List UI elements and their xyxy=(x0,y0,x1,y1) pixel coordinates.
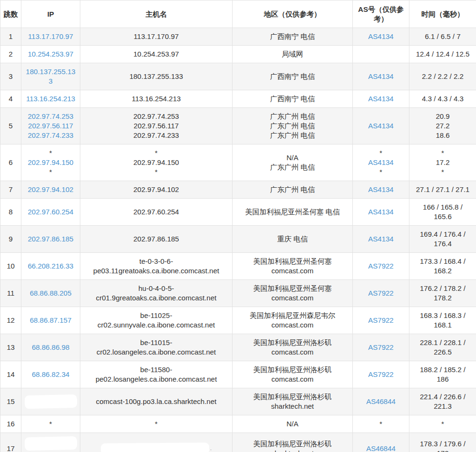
host-line: te-0-3-0-6- xyxy=(83,257,229,266)
ip-link[interactable]: 202.97.86.185 xyxy=(28,235,74,243)
cell-ip: *202.97.94.150* xyxy=(21,144,80,181)
ip-link[interactable]: 180.137.255.133 xyxy=(26,67,75,85)
time-line: 2.2 / 2.2 / 2.2 xyxy=(412,72,473,81)
asn-link[interactable]: AS7922 xyxy=(368,370,393,378)
cell-ip xyxy=(21,388,80,415)
asn-link[interactable]: AS4134 xyxy=(368,32,393,40)
asn-link[interactable]: AS4134 xyxy=(368,122,393,130)
ip-link[interactable]: 202.97.94.102 xyxy=(28,185,74,193)
region-text: comcast.com xyxy=(272,348,313,356)
cell-time: 176.2 / 178.2 /178.2 xyxy=(409,280,476,307)
time-line: 168.2 xyxy=(412,266,473,276)
cell-asn: AS7922 xyxy=(353,280,409,307)
cell-host: . xyxy=(80,433,233,452)
asn-link[interactable]: AS46844 xyxy=(366,444,396,452)
cell-host: 180.137.255.133 xyxy=(80,63,233,90)
asn-link[interactable]: AS4134 xyxy=(368,158,393,166)
ip-line: * xyxy=(24,419,77,429)
cell-region: 美国加利福尼亚州圣何塞comcast.com xyxy=(233,280,353,307)
asn-text: * xyxy=(379,168,382,176)
region-text: comcast.com xyxy=(272,294,313,302)
asn-link[interactable]: AS4134 xyxy=(368,95,393,103)
table-row: 1066.208.216.33te-0-3-0-6-pe03.11greatoa… xyxy=(0,253,476,280)
asn-line: AS4134 xyxy=(356,185,406,194)
ip-link[interactable]: 202.97.94.150 xyxy=(28,158,74,166)
host-text: 10.254.253.97 xyxy=(134,50,179,58)
cell-ip: 68.86.87.157 xyxy=(21,307,80,334)
cell-ip: 10.254.253.97 xyxy=(21,46,80,63)
asn-link[interactable]: AS46844 xyxy=(366,397,396,405)
host-text: te-0-3-0-6- xyxy=(139,257,173,265)
ip-link[interactable]: 68.86.82.34 xyxy=(32,370,69,378)
region-line: 美国加利福尼亚州圣何塞 xyxy=(235,257,350,266)
time-text: 27.2 xyxy=(436,122,449,130)
cell-host: 113.17.170.97 xyxy=(80,28,233,46)
time-text: 168.1 xyxy=(434,321,452,329)
ip-text: * xyxy=(49,420,52,428)
host-line: 202.97.86.185 xyxy=(83,234,229,244)
cell-hop: 14 xyxy=(0,361,21,388)
ip-link[interactable]: 202.97.56.117 xyxy=(28,122,73,130)
region-line: comcast.com xyxy=(235,293,350,303)
asn-link[interactable]: AS7922 xyxy=(368,343,393,351)
ip-link[interactable]: 113.16.254.213 xyxy=(26,95,75,103)
host-text: 202.97.74.253 xyxy=(134,112,179,120)
ip-link[interactable]: 68.86.86.98 xyxy=(32,343,69,351)
asn-link[interactable]: AS4134 xyxy=(368,235,393,243)
host-text: 202.97.94.102 xyxy=(134,185,179,193)
ip-line: 180.137.255.133 xyxy=(24,67,77,86)
asn-link[interactable]: AS7922 xyxy=(368,289,393,297)
cell-host: *202.97.94.150* xyxy=(80,144,233,181)
time-line: 12.4 / 12.4 / 12.5 xyxy=(412,49,473,59)
time-text: 2.2 / 2.2 / 2.2 xyxy=(422,72,464,80)
ip-link[interactable]: 10.254.253.97 xyxy=(28,50,74,58)
col-header-time: 时间（毫秒） xyxy=(409,0,476,28)
region-text: 广东广州 电信 xyxy=(270,163,315,171)
time-text: 178.3 / 179.6 / xyxy=(420,440,466,448)
host-line: 202.97.60.254 xyxy=(83,207,229,217)
time-text: 178 xyxy=(437,449,448,452)
ip-line xyxy=(24,395,77,408)
region-text: 美国加利福尼亚州洛杉矶 xyxy=(253,338,332,346)
ip-link[interactable]: 202.97.74.233 xyxy=(28,131,74,139)
asn-line: * xyxy=(356,167,406,177)
asn-link[interactable]: AS4134 xyxy=(368,208,393,216)
asn-link[interactable]: AS7922 xyxy=(368,262,393,270)
cell-asn: AS4134 xyxy=(353,199,409,226)
asn-line: AS46844 xyxy=(356,444,406,452)
region-line: 广东广州 电信 xyxy=(235,121,350,131)
asn-line: AS7922 xyxy=(356,261,406,271)
host-line: cr01.9greatoaks.ca.ibone.comcast.net xyxy=(83,293,229,303)
region-line: 美国加利福尼亚州洛杉矶 xyxy=(235,365,350,375)
hop-number: 2 xyxy=(9,50,12,58)
time-text: * xyxy=(441,420,444,428)
cell-region: 美国加利福尼亚州洛杉矶comcast.com xyxy=(233,334,353,361)
time-line: * xyxy=(412,148,473,158)
cell-hop: 7 xyxy=(0,181,21,199)
ip-link[interactable]: 113.17.170.97 xyxy=(28,32,73,40)
cell-asn: AS4134 xyxy=(353,90,409,108)
ip-link[interactable]: 68.86.88.205 xyxy=(30,289,72,297)
ip-link[interactable]: 66.208.216.33 xyxy=(28,262,74,270)
redacted-ip-blob xyxy=(24,436,77,451)
asn-link[interactable]: AS4134 xyxy=(368,185,393,193)
ip-link[interactable]: 202.97.74.253 xyxy=(28,112,74,120)
asn-line: AS4134 xyxy=(356,72,406,81)
asn-link[interactable]: AS4134 xyxy=(368,72,393,80)
host-line: * xyxy=(83,419,229,429)
time-line: 226.5 xyxy=(412,347,473,357)
ip-link[interactable]: 68.86.87.157 xyxy=(30,316,72,324)
cell-ip: 202.97.60.254 xyxy=(21,199,80,226)
ip-link[interactable]: 202.97.60.254 xyxy=(28,208,74,216)
cell-hop: 2 xyxy=(0,46,21,63)
region-text: 广西南宁 电信 xyxy=(270,72,315,80)
cell-host: be-11025-cr02.sunnyvale.ca.ibone.comcast… xyxy=(80,307,233,334)
time-line: 168.1 xyxy=(412,320,473,330)
asn-link[interactable]: AS7922 xyxy=(368,316,393,324)
cell-host: hu-0-4-0-5-cr01.9greatoaks.ca.ibone.comc… xyxy=(80,280,233,307)
cell-region: 广东广州 电信 xyxy=(233,181,353,199)
host-line: comcast-100g.po3.la.ca.sharktech.net xyxy=(83,397,229,406)
region-text: 美国加利福尼亚州圣何塞 电信 xyxy=(245,208,340,216)
region-text: comcast.com xyxy=(272,321,313,329)
time-text: 173.3 / 168.4 / xyxy=(420,257,466,265)
